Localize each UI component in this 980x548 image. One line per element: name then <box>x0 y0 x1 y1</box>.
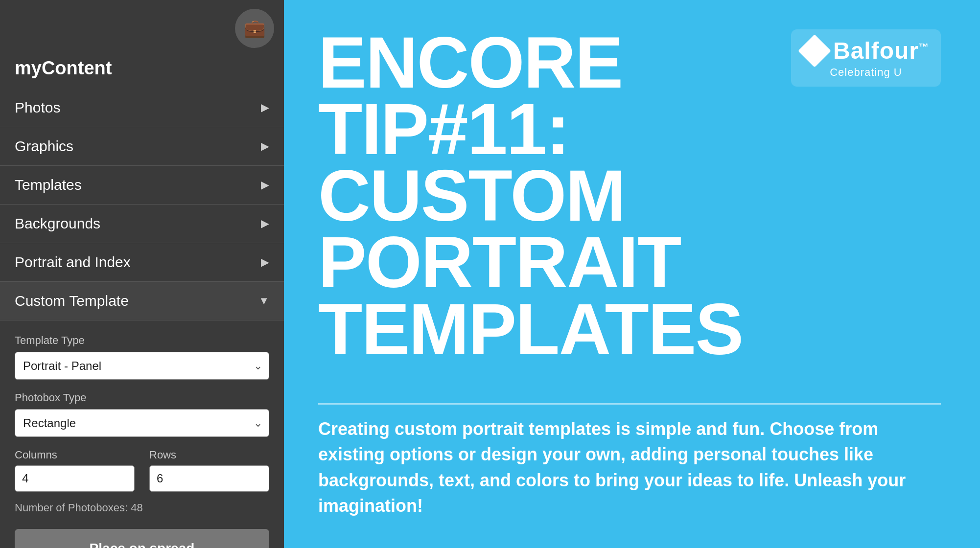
columns-field-group: Columns <box>15 449 135 492</box>
headline-line1: ENCORE <box>318 29 743 96</box>
nav-label-photos: Photos <box>15 99 60 116</box>
rows-field-group: Rows <box>149 449 269 492</box>
balfour-name: Balfour™ <box>833 37 929 64</box>
bottom-content: Creating custom portrait templates is si… <box>318 388 941 519</box>
photo-count: Number of Photoboxes: 48 <box>15 502 269 514</box>
top-bar: 💼 <box>0 0 284 53</box>
briefcase-button[interactable]: 💼 <box>235 9 274 48</box>
nav-item-templates[interactable]: Templates ▶ <box>0 166 284 205</box>
balfour-diamond-icon <box>798 34 831 68</box>
nav-item-portrait-index[interactable]: Portrait and Index ▶ <box>0 243 284 282</box>
headline-line5: TEMPLATES <box>318 296 743 363</box>
nav-label-custom-template: Custom Template <box>15 293 129 309</box>
photobox-type-wrapper: Rectangle Circle Oval ⌄ <box>15 409 269 437</box>
left-panel: 💼 myContent Photos ▶ Graphics ▶ Template… <box>0 0 284 548</box>
right-panel: ENCORE TIP#11: CUSTOM PORTRAIT TEMPLATES… <box>284 0 980 548</box>
headline-line4: PORTRAIT <box>318 229 743 296</box>
top-right-area: ENCORE TIP#11: CUSTOM PORTRAIT TEMPLATES… <box>318 29 941 363</box>
nav-label-portrait-index: Portrait and Index <box>15 254 131 271</box>
headline: ENCORE TIP#11: CUSTOM PORTRAIT TEMPLATES <box>318 29 743 363</box>
columns-rows-row: Columns Rows <box>15 449 269 492</box>
rows-label: Rows <box>149 449 269 461</box>
nav-item-backgrounds[interactable]: Backgrounds ▶ <box>0 205 284 243</box>
template-type-select[interactable]: Portrait - Panel Portrait - Grid Landsca… <box>15 352 269 380</box>
balfour-tagline: Celebrating U <box>830 66 902 79</box>
photobox-type-select[interactable]: Rectangle Circle Oval <box>15 409 269 437</box>
rows-input[interactable] <box>149 465 269 492</box>
divider <box>318 403 941 405</box>
nav-arrow-photos: ▶ <box>261 101 269 114</box>
place-on-spread-button[interactable]: Place on spread <box>15 529 269 548</box>
nav-label-backgrounds: Backgrounds <box>15 215 100 232</box>
columns-label: Columns <box>15 449 135 461</box>
mycontent-title: myContent <box>0 53 284 89</box>
nav-item-custom-template[interactable]: Custom Template ▼ <box>0 282 284 320</box>
nav-label-graphics: Graphics <box>15 138 73 155</box>
template-type-label: Template Type <box>15 334 269 347</box>
nav-item-photos[interactable]: Photos ▶ <box>0 89 284 127</box>
custom-template-section: Template Type Portrait - Panel Portrait … <box>0 320 284 548</box>
headline-line2: TIP#11: <box>318 96 743 162</box>
body-text: Creating custom portrait templates is si… <box>318 416 941 519</box>
nav-menu: Photos ▶ Graphics ▶ Templates ▶ Backgrou… <box>0 89 284 320</box>
nav-arrow-custom-template: ▼ <box>258 295 269 307</box>
columns-input[interactable] <box>15 465 135 492</box>
nav-arrow-backgrounds: ▶ <box>261 217 269 230</box>
photobox-type-label: Photobox Type <box>15 391 269 404</box>
balfour-logo-inner: Balfour™ <box>803 37 929 64</box>
headline-line3: CUSTOM <box>318 162 743 229</box>
nav-item-graphics[interactable]: Graphics ▶ <box>0 127 284 166</box>
nav-label-templates: Templates <box>15 177 82 193</box>
template-type-wrapper: Portrait - Panel Portrait - Grid Landsca… <box>15 352 269 380</box>
balfour-logo: Balfour™ Celebrating U <box>791 29 941 87</box>
nav-arrow-templates: ▶ <box>261 179 269 191</box>
nav-arrow-graphics: ▶ <box>261 140 269 153</box>
nav-arrow-portrait-index: ▶ <box>261 256 269 269</box>
